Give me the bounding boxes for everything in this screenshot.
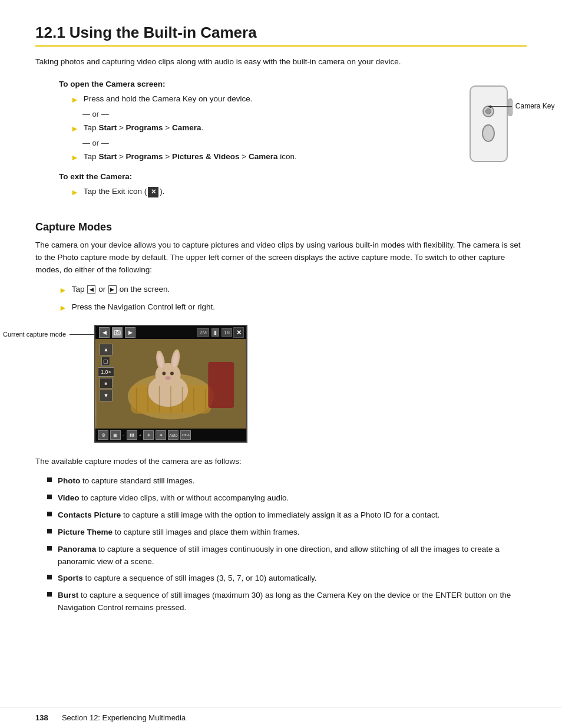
mode-panorama-text: Panorama to capture a sequence of still … xyxy=(58,543,527,568)
open-camera-heading: To open the Camera screen: xyxy=(59,80,365,88)
exit-camera-section: To exit the Camera: ► Tap the Exit icon … xyxy=(35,172,365,199)
bullet-icon-1 xyxy=(47,477,52,482)
capture-modes-heading: Capture Modes xyxy=(35,221,527,233)
top-content-area: To open the Camera screen: ► Press and h… xyxy=(35,80,527,207)
camera-viewfinder xyxy=(95,339,246,429)
bullet-icon-2 xyxy=(47,495,52,499)
camera-screen-wrapper: Current capture mode ◀ ▶ 2M ▮ 18 ✕ xyxy=(94,325,247,443)
settings-icon-2: ▣ xyxy=(110,430,121,440)
zoom-level-display: ▢ xyxy=(101,357,110,366)
settings-icon-5: Off/A xyxy=(180,430,191,440)
camera-key-label: Camera Key xyxy=(515,102,555,110)
exit-camera-heading: To exit the Camera: xyxy=(59,172,365,181)
right-arrow-icon: ▶ xyxy=(108,285,117,294)
prev-mode-icon: ◀ xyxy=(99,327,110,338)
mode-burst-text: Burst to capture a sequence of still ima… xyxy=(58,589,527,614)
arrow-icon-3: ► xyxy=(71,151,79,164)
camera-left-controls: ▲ ▢ 1.0× ■ ▼ xyxy=(98,344,114,401)
open-camera-block: To open the Camera screen: ► Press and h… xyxy=(35,80,365,164)
open-camera-section: To open the Camera screen: ► Press and h… xyxy=(35,80,365,207)
bullet-icon-3 xyxy=(47,512,52,516)
left-arrow-icon: ◀ xyxy=(87,285,95,294)
extra-ctrl: ■ xyxy=(100,378,113,388)
bullet-icon-7 xyxy=(47,592,52,597)
device-body xyxy=(470,85,508,162)
mode-photo-text: Photo to capture standard still images. xyxy=(58,475,195,487)
ctrl-icon: ■ xyxy=(104,381,107,386)
camera-key-pointer: Camera Key xyxy=(488,102,555,110)
capture-bullet-2-text: Press the Navigation Control left or rig… xyxy=(72,301,215,313)
arrow-icon-1: ► xyxy=(71,94,79,106)
camera-screen: ◀ ▶ 2M ▮ 18 ✕ xyxy=(94,325,247,443)
step-1-text: Press and hold the Camera Key on your de… xyxy=(84,93,253,105)
list-item: Contacts Picture to capture a still imag… xyxy=(47,509,527,522)
bullet-icon-5 xyxy=(47,546,52,551)
settings-icon-4: Auto xyxy=(168,430,178,440)
step-3-text: Tap Start > Programs > Pictures & Videos… xyxy=(84,151,297,163)
zoom-up-btn: ▲ xyxy=(100,344,113,355)
or-2: — or — xyxy=(82,139,365,147)
capture-bullet-1: ► Tap ◀ or ▶ on the screen. xyxy=(59,284,527,297)
footer-page-number: 138 xyxy=(35,713,48,722)
step-1: ► Press and hold the Camera Key on your … xyxy=(71,93,365,106)
camera-key-diagram: Camera Key xyxy=(450,85,527,162)
exit-camera-text: Tap the Exit icon (✕). xyxy=(84,186,165,197)
list-item: Panorama to capture a sequence of still … xyxy=(47,543,527,568)
svg-point-13 xyxy=(170,372,174,375)
camera-bottom-bar: ⚙ ▣ - ▮▮ + ☀ ✦ Auto Off/A xyxy=(95,429,246,442)
list-item: Picture Theme to capture still images an… xyxy=(47,526,527,539)
mode-sports-text: Sports to capture a sequence of still im… xyxy=(58,572,316,585)
capture-bullet-2: ► Press the Navigation Control left or r… xyxy=(59,301,527,314)
list-item: Sports to capture a sequence of still im… xyxy=(47,572,527,585)
mode-picture-theme-text: Picture Theme to capture still images an… xyxy=(58,526,299,539)
camera-image-svg xyxy=(95,339,246,429)
list-item: Photo to capture standard still images. xyxy=(47,475,527,487)
arrow-icon-cap1: ► xyxy=(59,284,67,297)
mode-badge: ▮ xyxy=(211,328,219,337)
plus-sign: + xyxy=(139,433,142,438)
arrow-icon-cap2: ► xyxy=(59,302,67,314)
svg-point-1 xyxy=(116,332,118,334)
device-body-container: Camera Key xyxy=(470,85,508,162)
brightness-icon: ▮▮ xyxy=(127,430,137,440)
exit-icon: ✕ xyxy=(148,187,158,197)
footer-separator xyxy=(53,713,57,722)
footer-bar: 138 Section 12: Experiencing Multimedia xyxy=(0,707,562,728)
step-2: ► Tap Start > Programs > Camera. xyxy=(71,122,365,135)
bullet-icon-4 xyxy=(47,529,52,533)
zoom-label: ▢ xyxy=(103,358,108,364)
settings-icon-3: ✦ xyxy=(156,430,166,440)
or-1: — or — xyxy=(82,110,365,118)
next-mode-icon: ▶ xyxy=(125,327,135,338)
count-badge: 18 xyxy=(222,328,232,337)
step-2-text: Tap Start > Programs > Camera. xyxy=(84,122,203,134)
pointer-line xyxy=(488,106,512,107)
flash-icon: ☀ xyxy=(143,430,154,440)
svg-rect-15 xyxy=(208,362,234,408)
list-item: Video to capture video clips, with or wi… xyxy=(47,492,527,505)
capture-modes-body: The camera on your device allows you to … xyxy=(35,239,527,276)
separator-1: - xyxy=(123,431,125,439)
page-title: 12.1 Using the Built-in Camera xyxy=(35,24,527,47)
capture-bullet-1-text: Tap ◀ or ▶ on the screen. xyxy=(72,284,170,295)
svg-point-12 xyxy=(162,372,166,375)
arrow-icon-exit: ► xyxy=(71,186,79,199)
bullet-icon-6 xyxy=(47,575,52,579)
arrow-icon-2: ► xyxy=(71,123,79,135)
capture-modes-section: Capture Modes The camera on your device … xyxy=(35,221,527,614)
current-mode-text: Current capture mode xyxy=(3,331,66,338)
device-nav-button xyxy=(482,124,495,142)
list-item: Burst to capture a sequence of still ima… xyxy=(47,589,527,614)
zoom-value: 1.0× xyxy=(98,367,114,377)
mode-contacts-text: Contacts Picture to capture a still imag… xyxy=(58,509,439,522)
available-modes-text: The available capture modes of the camer… xyxy=(35,456,527,468)
svg-rect-2 xyxy=(116,330,118,331)
modes-list: Photo to capture standard still images. … xyxy=(35,475,527,614)
camera-top-bar: ◀ ▶ 2M ▮ 18 ✕ xyxy=(95,326,246,339)
photo-mode-icon xyxy=(112,327,123,338)
resolution-badge: 2M xyxy=(197,328,209,337)
settings-icon-1: ⚙ xyxy=(98,430,108,440)
footer-section-label: Section 12: Experiencing Multimedia xyxy=(62,713,186,722)
intro-paragraph: Taking photos and capturing video clips … xyxy=(35,56,527,68)
zoom-down-btn: ▼ xyxy=(100,390,113,401)
